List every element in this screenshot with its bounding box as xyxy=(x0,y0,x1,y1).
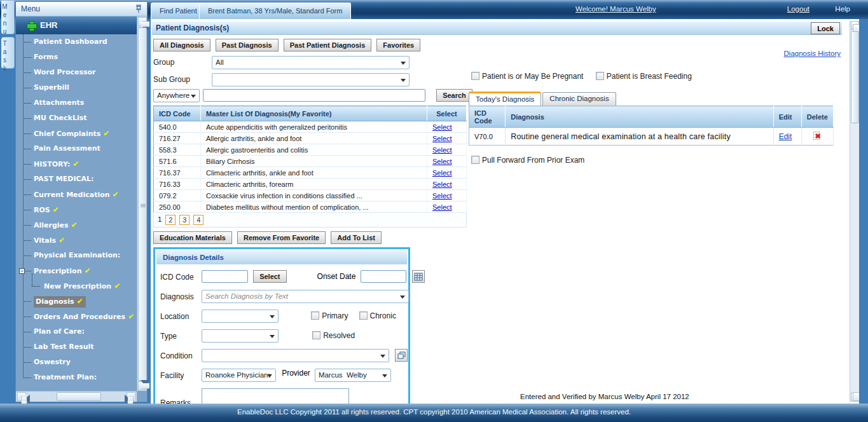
sidebar-item-diagnosis[interactable]: Diagnosis✔ xyxy=(16,294,137,309)
scroll-down-icon[interactable] xyxy=(138,381,147,390)
lookup-window-icon[interactable] xyxy=(395,349,408,362)
past-patient-diagnosis-button[interactable]: Past Patient Diagnosis xyxy=(284,39,372,51)
edit-link[interactable]: Edit xyxy=(779,132,792,141)
sidebar-item-prescription[interactable]: –Prescription✔ xyxy=(16,263,137,278)
select-link[interactable]: Select xyxy=(432,158,452,165)
anywhere-select[interactable]: Anywhere xyxy=(153,89,200,102)
remarks-textarea[interactable] xyxy=(202,388,349,404)
sidebar-item-new-prescription[interactable]: New Prescription✔ xyxy=(16,278,137,294)
subgroup-select[interactable] xyxy=(212,73,410,86)
sidebar-vertical-scrollbar[interactable] xyxy=(137,17,147,391)
pin-icon[interactable] xyxy=(134,4,143,14)
search-input[interactable] xyxy=(203,89,425,102)
select-link[interactable]: Select xyxy=(432,169,452,177)
check-icon: ✔ xyxy=(59,236,65,245)
sidebar-item-chief-complaints[interactable]: Chief Complaints✔ xyxy=(16,126,137,141)
select-link[interactable]: Select xyxy=(432,192,452,200)
primary-checkbox[interactable] xyxy=(311,311,319,320)
sidebar-item-history[interactable]: HISTORY:✔ xyxy=(16,156,137,172)
scroll-down-icon[interactable] xyxy=(851,393,859,402)
sidebar-item-allergies[interactable]: Allergies✔ xyxy=(16,217,137,233)
provider-select[interactable]: Marcus Welby xyxy=(315,369,391,382)
select-link[interactable]: Select xyxy=(432,146,452,154)
select-link[interactable]: Select xyxy=(432,203,452,211)
sidebar-item-attachments[interactable]: Attachments✔ xyxy=(16,95,137,111)
sidebar-item-treatment-plan[interactable]: Treatment Plan:✔ xyxy=(16,370,137,385)
page-4-link[interactable]: 4 xyxy=(193,215,203,225)
icd-select-button[interactable]: Select xyxy=(253,270,286,283)
diagnosis-row: Diagnosis Search Diagnosis by Text xyxy=(160,290,404,304)
scroll-up-icon[interactable] xyxy=(851,21,859,30)
add-to-list-button[interactable]: Add To List xyxy=(331,231,382,244)
sidebar-item-vitals[interactable]: Vitals✔ xyxy=(16,233,137,248)
sidebar-item-physical-examination[interactable]: Physical Examination:✔ xyxy=(16,248,137,263)
sidebar-item-superbill[interactable]: Superbill✔ xyxy=(16,80,137,95)
sidebar-item-pain-assessment[interactable]: Pain Assessment✔ xyxy=(16,141,137,156)
plus-icon xyxy=(27,21,36,30)
logout-link[interactable]: Logout xyxy=(787,0,809,18)
pregnant-checkbox[interactable] xyxy=(471,72,479,80)
sidebar-item-forms[interactable]: Forms✔ xyxy=(16,50,137,65)
tab-find-patient[interactable]: Find Patient xyxy=(151,3,206,19)
icd-code-input[interactable] xyxy=(202,270,248,283)
sidebar-item-past-medical[interactable]: PAST MEDICAL:✔ xyxy=(16,172,137,187)
group-select[interactable]: All xyxy=(212,56,410,69)
task-vertical-tab[interactable]: Task xyxy=(1,37,15,69)
diagnosis-history-link[interactable]: Diagnosis History xyxy=(784,50,841,57)
sidebar-item-word-processor[interactable]: Word Processor✔ xyxy=(16,65,137,80)
remarks-label: Remarks xyxy=(160,388,200,404)
page-3-link[interactable]: 3 xyxy=(179,215,189,225)
help-link[interactable]: Help xyxy=(835,0,850,18)
sidebar-root-ehr[interactable]: EHR xyxy=(16,17,137,34)
chronic-checkbox[interactable] xyxy=(359,311,368,320)
sidebar-item-lab-test-result[interactable]: Lab Test Result✔ xyxy=(16,339,137,355)
sidebar-item-current-medication[interactable]: Current Medication✔ xyxy=(16,187,137,202)
delete-icon[interactable] xyxy=(813,132,822,140)
scroll-left-icon[interactable] xyxy=(17,392,26,401)
select-link[interactable]: Select xyxy=(432,123,452,131)
tab-patient-info[interactable]: Brent Batman, 38 Yrs/Male, Standard Form xyxy=(199,3,351,19)
sidebar-item-oswestry[interactable]: Oswestry✔ xyxy=(16,355,137,370)
onset-date-label: Onset Date xyxy=(317,272,356,281)
calendar-icon[interactable] xyxy=(412,270,425,283)
pull-forward-checkbox[interactable] xyxy=(471,156,479,164)
main-vertical-scrollbar[interactable] xyxy=(850,21,859,402)
favorites-button[interactable]: Favorites xyxy=(376,39,420,51)
sidebar-horizontal-scrollbar[interactable] xyxy=(16,391,137,402)
onset-date-input[interactable] xyxy=(361,270,406,283)
type-select[interactable] xyxy=(202,329,279,343)
all-diagnosis-button[interactable]: All Diagnosis xyxy=(153,39,210,51)
search-button[interactable]: Search xyxy=(436,89,472,102)
scroll-up-icon[interactable] xyxy=(138,17,147,26)
scrollbar-thumb[interactable] xyxy=(851,31,859,123)
tab-chronic-diagnosis[interactable]: Chronic Diagnosis xyxy=(542,92,616,106)
page-2-link[interactable]: 2 xyxy=(165,215,176,225)
lock-button[interactable]: Lock xyxy=(811,22,840,34)
sidebar-item-plan-of-care[interactable]: Plan of Care:✔ xyxy=(16,324,137,339)
resolved-checkbox[interactable] xyxy=(312,331,320,339)
select-link[interactable]: Select xyxy=(432,135,452,142)
scroll-right-icon[interactable] xyxy=(127,392,135,401)
sidebar-item-orders-and-procedures[interactable]: Orders And Procedures✔ xyxy=(16,309,137,324)
condition-select[interactable] xyxy=(202,349,389,362)
sidebar-item-patient-dashboard[interactable]: Patient Dashboard✔ xyxy=(16,34,137,50)
facility-row: Facility Roanoke Physician: Provider Mar… xyxy=(160,369,404,383)
facility-select[interactable]: Roanoke Physician: xyxy=(202,369,276,382)
education-materials-button[interactable]: Education Materials xyxy=(153,231,232,244)
scrollbar-thumb[interactable] xyxy=(138,27,147,381)
menu-vertical-tab[interactable]: Menu xyxy=(1,0,15,34)
location-select[interactable] xyxy=(202,310,279,323)
sidebar-item-mu-checklist[interactable]: MU CheckList✔ xyxy=(16,111,137,126)
scrollbar-thumb[interactable] xyxy=(57,392,101,401)
breastfeeding-checkbox[interactable] xyxy=(596,72,604,80)
sidebar-item-ros[interactable]: ROS✔ xyxy=(16,202,137,217)
remove-from-favorite-button[interactable]: Remove From Favorite xyxy=(237,231,326,244)
main-content: Patient Diagnosis(s) Lock All Diagnosis … xyxy=(151,19,859,404)
tab-todays-diagnosis[interactable]: Today's Diagnosis xyxy=(469,92,541,106)
past-diagnosis-button[interactable]: Past Diagnosis xyxy=(216,39,279,51)
sidebar-header: Menu xyxy=(16,2,147,17)
collapse-icon[interactable]: – xyxy=(19,268,25,274)
ehr-label: EHR xyxy=(40,20,57,30)
select-link[interactable]: Select xyxy=(432,180,452,188)
diagnosis-select[interactable]: Search Diagnosis by Text xyxy=(202,290,409,303)
